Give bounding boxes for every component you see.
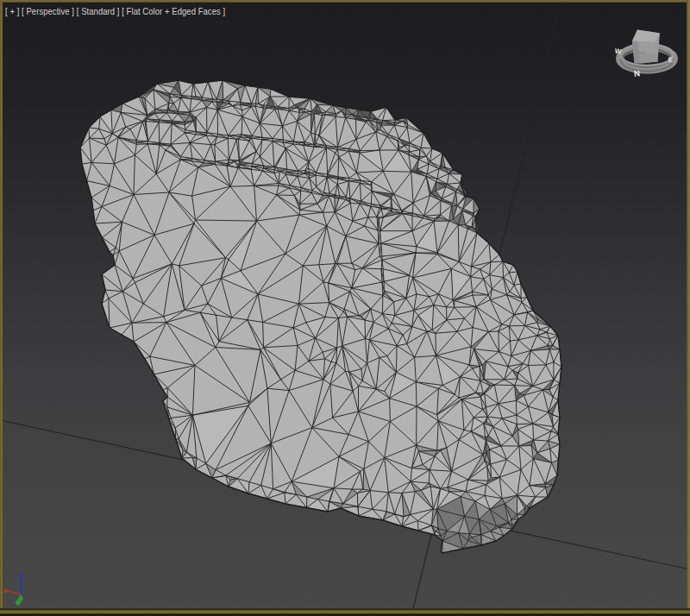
svg-text:Back: Back [637,50,647,55]
svg-text:z: z [21,571,24,579]
svg-text:x: x [3,587,8,594]
